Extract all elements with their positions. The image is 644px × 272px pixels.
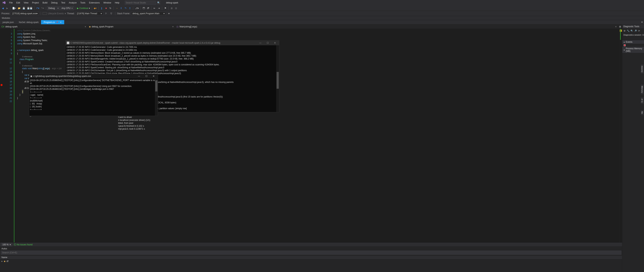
quick-launch[interactable]: [125, 1, 156, 5]
autos-title: Autos: [0, 247, 622, 251]
stop-debug-icon[interactable]: ■: [104, 6, 108, 10]
new-item-icon[interactable]: 📄▾: [12, 6, 17, 10]
maximize-icon[interactable]: ☐: [143, 75, 150, 78]
process-dropdown[interactable]: [27016] debug-spark.exe▾: [11, 12, 39, 15]
show-next-stmt-icon[interactable]: →: [115, 6, 119, 10]
close-icon[interactable]: ✕: [272, 42, 278, 44]
menu-debug[interactable]: Debug: [49, 0, 59, 5]
tab-people-json[interactable]: people.json: [0, 20, 16, 24]
solution-name: debug-spark: [166, 2, 178, 4]
autos-search-input[interactable]: [1, 251, 622, 255]
menu-view[interactable]: View: [22, 0, 30, 5]
tab-program-cs[interactable]: Program.cs 📌 ✕: [41, 20, 64, 24]
scrollbar[interactable]: [155, 79, 158, 116]
close-icon[interactable]: ✕: [150, 75, 157, 78]
menu-help[interactable]: Help: [113, 0, 121, 5]
vtab-processors[interactable]: essors): [640, 64, 644, 74]
diagnostic-tools-window: Diagnostic Tools ⚙ 🔧 🔍 🔎 ⟳ Diagnostics s…: [622, 25, 644, 272]
windows-icon[interactable]: 🗔: [142, 6, 146, 10]
undo-icon[interactable]: ↶▾: [36, 6, 40, 10]
search-icon[interactable]: 🔍: [156, 1, 160, 5]
menu-build[interactable]: Build: [41, 0, 49, 5]
cmd-window-app[interactable]: ▣ c:\git\debug-spark\debug-spark\bin\Deb…: [29, 74, 158, 116]
close-icon[interactable]: ✕: [60, 21, 62, 24]
thread-flag-icon[interactable]: ⚐: [104, 12, 108, 16]
open-icon[interactable]: 📂: [17, 6, 21, 10]
save-all-icon[interactable]: 💾💾: [26, 6, 33, 10]
cmd-titlebar[interactable]: C:\WINDOWS\system32\cmd.exe - spark-subm…: [66, 41, 279, 45]
zoom-out-icon[interactable]: 🔎: [634, 29, 637, 32]
outdent-icon[interactable]: ⇥: [157, 6, 161, 10]
scrollbar-minimap[interactable]: [620, 29, 622, 242]
autos-header-name[interactable]: Name: [0, 255, 622, 259]
reset-view-icon[interactable]: ⟳: [638, 29, 640, 32]
lifecycle-checkbox[interactable]: [43, 12, 47, 15]
menu-edit[interactable]: Edit: [14, 0, 22, 5]
minimize-icon[interactable]: —: [136, 75, 142, 78]
stackframe-dd-icon[interactable]: ▾: [167, 12, 171, 16]
nav-fwd-icon[interactable]: ▶: [5, 6, 9, 10]
menu-project[interactable]: Project: [30, 0, 41, 5]
lifecycle-label: Lifecycle Events: [48, 12, 64, 15]
scrollbar[interactable]: [276, 45, 279, 112]
error-indicator[interactable]: No issues found: [14, 243, 32, 246]
quick-launch-input[interactable]: [126, 2, 155, 4]
stackframe-label: Stack Frame:: [117, 12, 130, 15]
select-tools-icon[interactable]: 🔧: [627, 29, 630, 32]
minimize-icon[interactable]: —: [257, 42, 264, 44]
save-icon[interactable]: 💾: [22, 6, 26, 10]
maximize-icon[interactable]: ☐: [264, 42, 271, 44]
cmd-titlebar[interactable]: ▣ c:\git\debug-spark\debug-spark\bin\Deb…: [29, 74, 158, 79]
cmd-output[interactable]: [2019-08-20T16:25:25.8598054Z] [TEDTOP] …: [29, 79, 158, 117]
menu-window[interactable]: Window: [102, 0, 113, 5]
comment-icon[interactable]: ⊞: [170, 6, 174, 10]
editor-status-bar: 100 %▾ No issues found: [0, 242, 622, 246]
step-over-icon[interactable]: ↷: [124, 6, 128, 10]
nav-class-dropdown[interactable]: ◆ debug_spark.Program▾: [88, 25, 175, 29]
pin-icon[interactable]: 📌: [56, 21, 58, 24]
step-into-icon[interactable]: ↧: [119, 6, 123, 10]
menu-tools[interactable]: Tools: [78, 0, 87, 5]
menu-test[interactable]: Test: [59, 0, 67, 5]
continue-button[interactable]: ▶Continue▾: [76, 6, 91, 10]
zoom-in-icon[interactable]: 🔍: [630, 29, 633, 32]
autos-row[interactable]: ▶ ◆ df: [0, 259, 622, 263]
breakpoint-icon[interactable]: [0, 84, 2, 86]
modules-tab[interactable]: Modules: [0, 16, 12, 20]
vtab-of1[interactable]: of 1): [640, 97, 644, 104]
browser-link-icon[interactable]: ◆▾: [93, 6, 97, 10]
intellitrace-icon[interactable]: ⎇▾: [134, 6, 140, 10]
nav-back-icon[interactable]: ◀: [1, 6, 5, 10]
thread-dropdown[interactable]: [21876] Main Thread▾: [76, 12, 103, 15]
menu-file[interactable]: File: [7, 0, 14, 5]
restart-icon[interactable]: ↻: [108, 6, 112, 10]
indent-icon[interactable]: ⇤: [152, 6, 156, 10]
split-icon[interactable]: ⊞: [618, 25, 622, 29]
zoom-dropdown[interactable]: 100 %▾: [1, 243, 12, 246]
tool-window-tabstrip: Modules: [0, 16, 644, 20]
tab-nuget[interactable]: NuGet: debug-spark: [16, 20, 41, 24]
break-all-icon[interactable]: ‖: [100, 6, 104, 10]
menu-analyze[interactable]: Analyze: [67, 0, 78, 5]
diag-memory-section[interactable]: ▲Process Memory (MB): [622, 47, 644, 53]
class-icon: ◆: [89, 25, 91, 28]
gear-icon[interactable]: ⚙: [623, 29, 626, 32]
vtab-memory[interactable]: Memory: [640, 84, 644, 95]
nav-project-dropdown[interactable]: C# debug-spark▾: [0, 25, 88, 29]
vtab-file[interactable]: file: [640, 110, 644, 116]
step-out-icon[interactable]: ↥: [128, 6, 132, 10]
tabs-overflow-icon[interactable]: ▾: [640, 20, 644, 24]
bookmark-icon[interactable]: ⚑: [163, 6, 167, 10]
thread-filter-icon[interactable]: ▽: [109, 12, 113, 16]
vs-logo-icon: [2, 1, 6, 5]
platform-dropdown[interactable]: Any CPU▾: [60, 6, 74, 10]
diag-events-section[interactable]: ▲Events: [622, 40, 644, 44]
config-dropdown[interactable]: Debug▾: [47, 6, 60, 10]
uncomment-icon[interactable]: ⊟: [174, 6, 178, 10]
menu-extensions[interactable]: Extensions: [87, 0, 102, 5]
redo-icon[interactable]: ↷▾: [40, 6, 45, 10]
stackframe-dropdown[interactable]: debug_spark.Program.Main▾: [131, 12, 166, 15]
expand-icon[interactable]: ▶: [2, 260, 3, 262]
windows2-icon[interactable]: 🗗: [146, 6, 150, 10]
nav-member-dropdown[interactable]: ◻ Main(string[] args)▾: [175, 25, 618, 29]
